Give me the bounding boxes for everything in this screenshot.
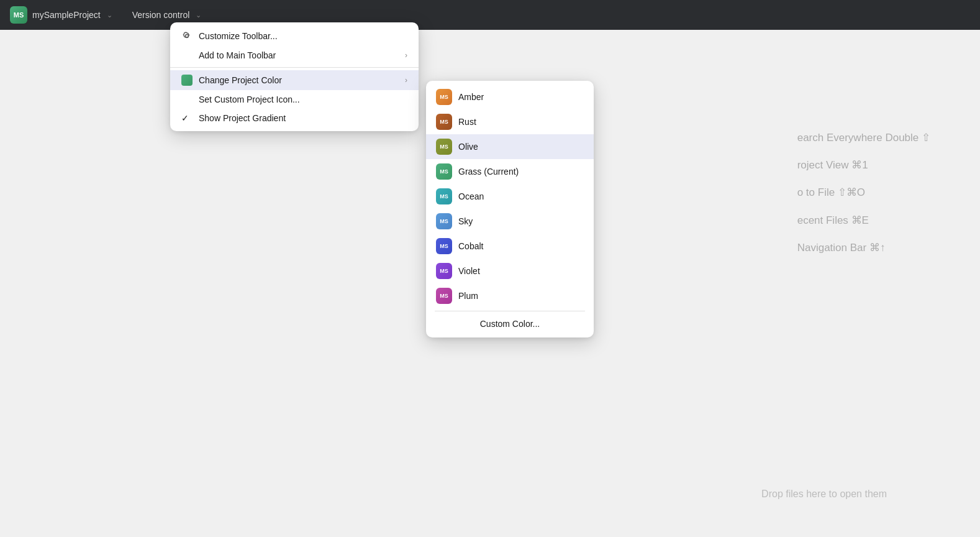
- olive-badge: MS: [436, 139, 452, 155]
- gear-icon: [181, 30, 193, 42]
- color-item-amber[interactable]: MS Amber: [426, 85, 594, 109]
- plum-badge: MS: [436, 288, 452, 304]
- color-square-icon: [181, 75, 193, 86]
- cobalt-badge: MS: [436, 238, 452, 254]
- submenu-arrow-icon: ›: [405, 51, 407, 60]
- drop-files-hint: Drop files here to open them: [761, 489, 887, 500]
- menu-item-show-gradient-label: Show Project Gradient: [199, 113, 286, 123]
- color-label-olive: Olive: [458, 142, 478, 152]
- titlebar: MS mySampleProject ⌄ Version control ⌄: [0, 0, 980, 30]
- color-label-violet: Violet: [458, 266, 480, 276]
- project-name[interactable]: mySampleProject: [32, 10, 101, 20]
- menu-item-customize-toolbar-label: Customize Toolbar...: [199, 31, 278, 41]
- menu-item-change-color-label: Change Project Color: [199, 75, 282, 85]
- menu-item-change-color[interactable]: Change Project Color ›: [170, 70, 419, 90]
- color-item-plum[interactable]: MS Plum: [426, 283, 594, 308]
- project-chevron-icon[interactable]: ⌄: [107, 11, 112, 19]
- custom-color-label: Custom Color...: [480, 319, 540, 329]
- checkmark-icon: ✓: [181, 113, 193, 123]
- menu-item-show-gradient[interactable]: ✓ Show Project Gradient: [170, 109, 419, 127]
- menu-divider-1: [170, 67, 419, 68]
- color-label-grass: Grass (Current): [458, 167, 519, 177]
- color-item-violet[interactable]: MS Violet: [426, 259, 594, 283]
- color-label-amber: Amber: [458, 92, 484, 102]
- color-item-custom[interactable]: Custom Color...: [426, 314, 594, 334]
- rust-badge: MS: [436, 114, 452, 130]
- color-label-ocean: Ocean: [458, 191, 484, 201]
- menu-item-set-icon-label: Set Custom Project Icon...: [199, 94, 300, 104]
- color-item-olive[interactable]: MS Olive: [426, 134, 594, 159]
- color-label-sky: Sky: [458, 216, 473, 226]
- sky-badge: MS: [436, 213, 452, 229]
- version-control-chevron-icon[interactable]: ⌄: [196, 11, 201, 19]
- color-label-cobalt: Cobalt: [458, 241, 483, 251]
- menu-item-add-toolbar[interactable]: Add to Main Toolbar ›: [170, 46, 419, 65]
- menu-item-set-icon[interactable]: Set Custom Project Icon...: [170, 90, 419, 109]
- color-submenu: MS Amber MS Rust MS Olive MS Grass (Curr…: [426, 81, 594, 337]
- color-item-ocean[interactable]: MS Ocean: [426, 184, 594, 209]
- grass-badge: MS: [436, 163, 452, 180]
- project-avatar: MS: [10, 6, 27, 24]
- violet-badge: MS: [436, 263, 452, 279]
- color-submenu-divider: [435, 311, 585, 311]
- color-item-sky[interactable]: MS Sky: [426, 209, 594, 234]
- color-item-rust[interactable]: MS Rust: [426, 109, 594, 134]
- version-control-label[interactable]: Version control: [132, 10, 190, 20]
- background-shortcuts: earch Everywhere Double ⇧ roject View ⌘1…: [797, 124, 930, 262]
- context-menu: Customize Toolbar... Add to Main Toolbar…: [170, 22, 419, 131]
- color-label-rust: Rust: [458, 117, 476, 127]
- amber-badge: MS: [436, 89, 452, 105]
- menu-item-add-toolbar-label: Add to Main Toolbar: [199, 50, 276, 60]
- change-color-arrow-icon: ›: [405, 76, 407, 85]
- color-label-plum: Plum: [458, 291, 478, 301]
- color-item-cobalt[interactable]: MS Cobalt: [426, 234, 594, 259]
- ocean-badge: MS: [436, 188, 452, 204]
- menu-item-customize-toolbar[interactable]: Customize Toolbar...: [170, 26, 419, 46]
- color-item-grass[interactable]: MS Grass (Current): [426, 159, 594, 184]
